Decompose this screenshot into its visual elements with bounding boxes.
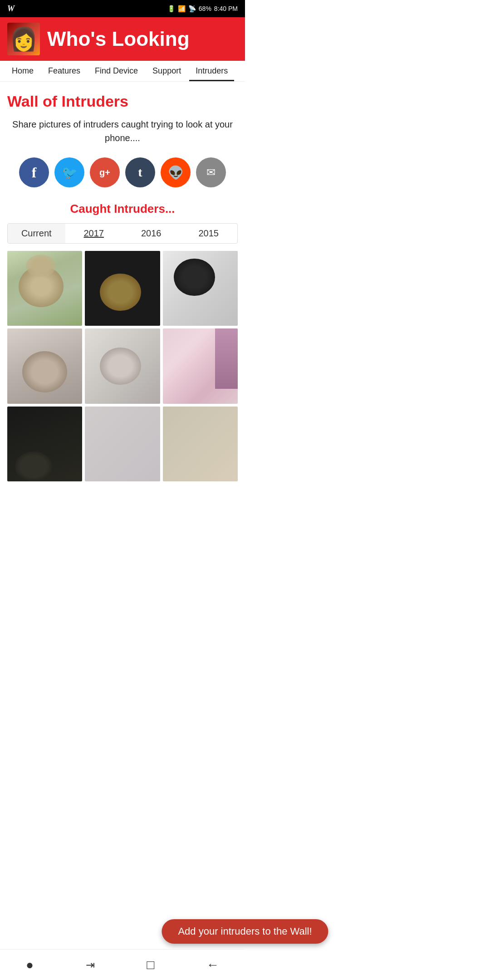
battery-icon: 🔋 [167, 5, 175, 12]
wifi-icon: 📶 [178, 5, 186, 12]
tab-current[interactable]: Current [8, 224, 65, 243]
intruder-image-8[interactable] [85, 407, 160, 481]
nav-find-device[interactable]: Find Device [88, 61, 144, 81]
intruder-image-2[interactable] [85, 251, 160, 326]
main-content: Wall of Intruders Share pictures of intr… [0, 82, 245, 494]
battery-percent: 68% [199, 5, 211, 12]
intruder-image-4[interactable] [7, 328, 82, 403]
intruder-image-grid [7, 251, 238, 481]
main-nav: Home Features Find Device Support Intrud… [0, 61, 245, 82]
nav-support[interactable]: Support [146, 61, 187, 81]
intruder-image-3[interactable] [163, 251, 238, 326]
intruder-image-7[interactable] [7, 407, 82, 481]
avatar-image [7, 23, 40, 55]
nav-home[interactable]: Home [5, 61, 40, 81]
app-logo [7, 23, 40, 55]
nav-intruders[interactable]: Intruders [189, 61, 234, 81]
intruder-image-5[interactable] [85, 328, 160, 403]
tumblr-share-button[interactable]: t [125, 157, 155, 187]
twitter-share-button[interactable]: 🐦 [54, 157, 84, 187]
status-right: 🔋 📶 📡 68% 8:40 PM [167, 5, 238, 12]
email-share-button[interactable]: ✉ [196, 157, 226, 187]
tab-2016[interactable]: 2016 [122, 224, 180, 243]
intruder-image-6[interactable] [163, 328, 238, 403]
app-header: Who's Looking [0, 17, 245, 61]
intruder-image-9[interactable] [163, 407, 238, 481]
caught-title: Caught Intruders... [7, 202, 238, 216]
wall-title: Wall of Intruders [7, 93, 238, 110]
googleplus-share-button[interactable]: g+ [90, 157, 120, 187]
tab-2015[interactable]: 2015 [180, 224, 238, 243]
time: 8:40 PM [214, 5, 238, 12]
app-title: Who's Looking [47, 28, 190, 50]
intruder-image-1[interactable] [7, 251, 82, 326]
year-tabs: Current 2017 2016 2015 [7, 223, 238, 244]
reddit-share-button[interactable]: 👽 [161, 157, 191, 187]
wall-description: Share pictures of intruders caught tryin… [7, 118, 238, 145]
status-bar: W 🔋 📶 📡 68% 8:40 PM [0, 0, 245, 17]
signal-icon: 📡 [188, 5, 196, 12]
facebook-share-button[interactable]: f [19, 157, 49, 187]
social-share-bar: f 🐦 g+ t 👽 ✉ [7, 157, 238, 187]
tab-2017[interactable]: 2017 [65, 224, 123, 243]
status-app-icon: W [7, 4, 15, 14]
nav-features[interactable]: Features [42, 61, 87, 81]
